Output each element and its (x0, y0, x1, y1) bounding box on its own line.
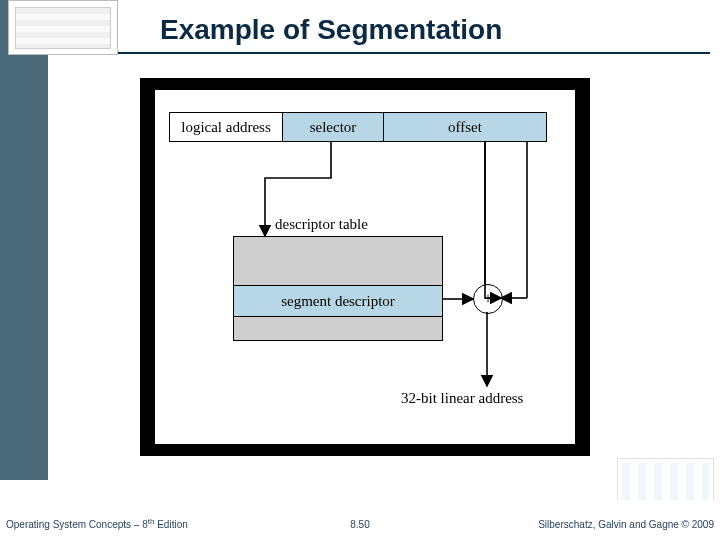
footer: Operating System Concepts – 8th Edition … (0, 500, 720, 540)
footer-copyright: Silberschatz, Galvin and Gagne © 2009 (538, 519, 714, 530)
selector-field: selector (283, 112, 384, 142)
adder-node: + (473, 284, 503, 314)
footer-edition-word: Edition (154, 519, 187, 530)
descriptor-table: segment descriptor (233, 236, 443, 341)
footer-left: Operating System Concepts – 8th Edition (6, 517, 188, 530)
footer-page-number: 8.50 (350, 519, 369, 530)
descriptor-table-label: descriptor table (275, 216, 368, 233)
thumbnail-preview (15, 7, 111, 49)
logical-address-label: logical address (169, 112, 283, 142)
segment-descriptor-field: segment descriptor (234, 285, 442, 317)
title-underline (48, 52, 710, 54)
slide-root: Example of Segmentation logical address … (0, 0, 720, 540)
linear-address-label: 32-bit linear address (401, 390, 523, 407)
diagram-frame: logical address selector offset descript… (140, 78, 590, 456)
thumbnail-preview (622, 463, 709, 503)
logical-address-row: logical address selector offset (169, 112, 547, 142)
left-sidebar (0, 0, 48, 480)
diagram-canvas: logical address selector offset descript… (155, 90, 575, 444)
slide-title: Example of Segmentation (160, 14, 502, 46)
prev-slide-thumbnail (8, 0, 118, 55)
offset-field: offset (384, 112, 547, 142)
footer-book-title: Operating System Concepts – 8 (6, 519, 148, 530)
